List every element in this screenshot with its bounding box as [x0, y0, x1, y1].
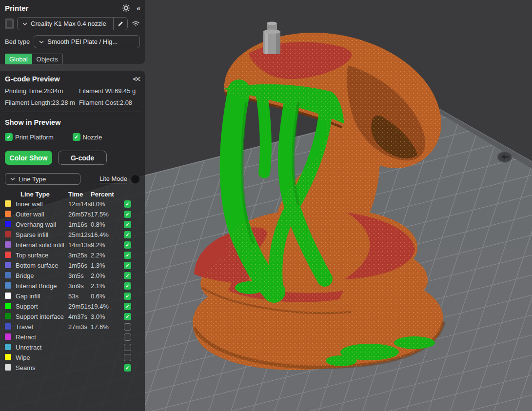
line-visibility-checkbox[interactable]: ✓: [124, 282, 131, 290]
settings-gear-icon[interactable]: [122, 4, 130, 12]
stat-printing-time: Printing Time:2h34m: [5, 87, 79, 95]
line-type-label: Support: [16, 303, 68, 310]
lite-mode-toggle[interactable]: [131, 175, 140, 184]
line-percent: 19.4%: [91, 303, 118, 310]
line-visibility-checkbox[interactable]: ✓: [124, 293, 131, 300]
bed-adjust-knob: [497, 152, 512, 162]
stat-filament-length: Filament Length:23.28 m: [5, 99, 79, 106]
line-visibility-checkbox[interactable]: [124, 323, 131, 331]
line-color-swatch: [5, 231, 11, 237]
header-time: Time: [68, 191, 91, 198]
line-visibility-checkbox[interactable]: ✓: [124, 262, 131, 269]
line-type-row: Wipe: [5, 352, 140, 363]
line-time: 3m25s: [68, 252, 91, 259]
line-percent: 0.8%: [91, 221, 118, 228]
line-type-label: Seams: [16, 364, 68, 372]
header-line-type: Line Type: [16, 191, 68, 198]
line-type-label: Internal solid infill: [16, 241, 68, 249]
line-visibility-checkbox[interactable]: ✓: [124, 241, 131, 249]
collapse-panel-icon[interactable]: <<: [133, 75, 140, 83]
line-color-swatch: [5, 303, 11, 309]
line-type-row: Travel27m3s17.6%: [5, 322, 140, 332]
lite-mode-label: Lite Mode: [99, 175, 127, 183]
wifi-icon[interactable]: [132, 20, 140, 27]
printer-select[interactable]: Creality K1 Max 0.4 nozzle: [17, 17, 128, 30]
line-type-row: Inner wall12m14s8.0%✓: [5, 199, 140, 209]
line-time: 1m16s: [68, 221, 91, 228]
line-visibility-checkbox[interactable]: [124, 333, 131, 341]
bed-type-select-value: Smooth PEI Plate / Hig...: [47, 38, 118, 45]
color-show-button[interactable]: Color Show: [5, 151, 52, 165]
line-percent: 2.0%: [91, 272, 118, 279]
line-color-swatch: [5, 282, 11, 289]
bed-type-select[interactable]: Smooth PEI Plate / Hig...: [34, 35, 140, 48]
line-type-label: Top surface: [16, 252, 68, 259]
line-type-label: Bottom surface: [16, 262, 68, 269]
line-type-row: Seams✓: [5, 363, 140, 373]
stat-filament-weight: Filament Wt:69.45 g: [79, 87, 140, 95]
line-visibility-checkbox[interactable]: ✓: [124, 211, 131, 218]
gcode-preview-panel: G-code Preview << Printing Time:2h34m Fi…: [0, 71, 145, 411]
line-visibility-checkbox[interactable]: [124, 354, 131, 361]
tab-global[interactable]: Global: [5, 54, 32, 64]
line-color-swatch: [5, 252, 11, 258]
line-visibility-checkbox[interactable]: ✓: [124, 221, 131, 228]
line-visibility-checkbox[interactable]: ✓: [124, 200, 131, 208]
line-type-table-header: Line Type Time Percent: [5, 191, 140, 198]
nozzle-checkbox[interactable]: ✓: [73, 133, 80, 141]
line-time: 4m37s: [68, 313, 91, 320]
line-percent: 1.3%: [91, 262, 118, 269]
line-type-label: Wipe: [16, 354, 68, 361]
line-percent: 17.6%: [91, 323, 118, 331]
gcode-button[interactable]: G-code: [58, 151, 107, 165]
line-color-swatch: [5, 241, 11, 248]
line-type-row: Top surface3m25s2.2%✓: [5, 250, 140, 260]
line-time: 53s: [68, 293, 91, 300]
line-percent: 17.5%: [91, 211, 118, 218]
line-visibility-checkbox[interactable]: [124, 344, 131, 351]
tab-objects[interactable]: Objects: [32, 54, 63, 64]
line-visibility-checkbox[interactable]: ✓: [124, 272, 131, 279]
line-percent: 9.2%: [91, 241, 118, 249]
line-color-swatch: [5, 211, 11, 217]
line-type-row: Support interface4m37s3.0%✓: [5, 312, 140, 322]
print-platform-label: Print Platform: [15, 134, 54, 141]
line-type-label: Inner wall: [16, 200, 68, 208]
line-percent: 8.0%: [91, 200, 118, 208]
collapse-sidebar-icon[interactable]: «: [137, 4, 140, 12]
line-type-label: Unretract: [16, 344, 68, 351]
line-type-row: Internal Bridge3m9s2.1%✓: [5, 281, 140, 291]
show-in-preview-title: Show in Preview: [5, 118, 140, 126]
header-percent: Percent: [91, 191, 118, 198]
line-time: 29m51s: [68, 303, 91, 310]
line-time: 3m5s: [68, 272, 91, 279]
edit-printer-button[interactable]: [113, 18, 127, 30]
line-type-select-value: Line Type: [19, 176, 46, 183]
line-type-label: Gap infill: [16, 293, 68, 300]
line-type-row: Unretract: [5, 342, 140, 352]
printer-select-value: Creality K1 Max 0.4 nozzle: [31, 20, 106, 27]
line-type-row: Bottom surface1m56s1.3%✓: [5, 260, 140, 271]
print-platform-checkbox[interactable]: ✓: [5, 133, 13, 141]
line-color-swatch: [5, 221, 11, 227]
line-visibility-checkbox[interactable]: ✓: [124, 303, 131, 310]
printer-thumbnail: [5, 19, 14, 29]
line-visibility-checkbox[interactable]: ✓: [124, 364, 131, 372]
line-type-label: Support interface: [16, 313, 68, 320]
line-time: 27m3s: [68, 323, 91, 331]
printer-panel: Printer « Creality K1 Max 0.4 nozzle: [0, 0, 145, 64]
line-visibility-checkbox[interactable]: ✓: [124, 313, 131, 320]
line-visibility-checkbox[interactable]: ✓: [124, 252, 131, 259]
line-type-row: Support29m51s19.4%✓: [5, 301, 140, 312]
line-type-row: Bridge3m5s2.0%✓: [5, 271, 140, 281]
line-type-label: Travel: [16, 323, 68, 331]
show-in-preview-options: ✓ Print Platform ✓ Nozzle: [5, 133, 140, 141]
line-time: 14m13s: [68, 241, 91, 249]
divider: [4, 112, 141, 112]
line-visibility-checkbox[interactable]: ✓: [124, 231, 131, 238]
line-type-select[interactable]: Line Type: [5, 173, 80, 185]
line-color-swatch: [5, 354, 11, 360]
print-stats: Printing Time:2h34m Filament Wt:69.45 g …: [5, 87, 140, 106]
line-percent: 3.0%: [91, 313, 118, 320]
line-color-swatch: [5, 364, 11, 371]
